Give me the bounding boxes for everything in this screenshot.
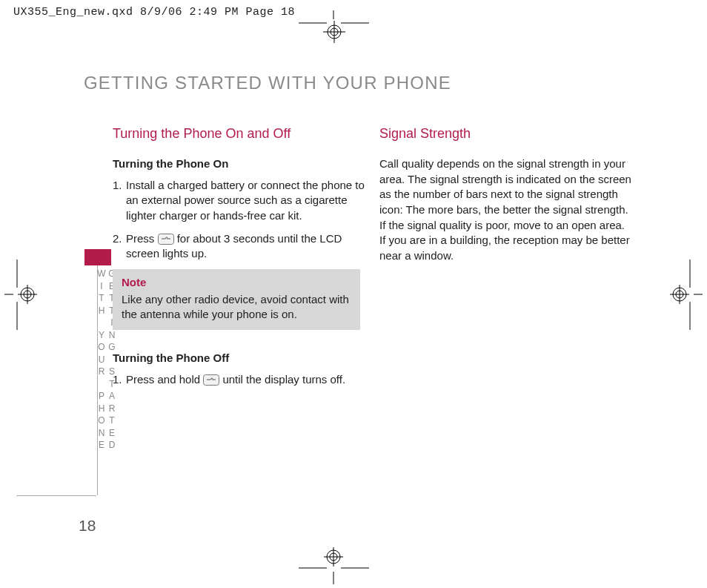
list-number: 1. <box>113 178 126 224</box>
crop-mark-left <box>4 260 37 330</box>
crop-mark-right <box>670 260 703 330</box>
svg-rect-29 <box>204 375 219 386</box>
crop-mark-bottom <box>299 547 369 584</box>
side-tab <box>84 249 111 265</box>
list-text: Press and hold until the display turns o… <box>126 372 365 388</box>
power-end-key-icon <box>203 374 219 386</box>
list-text: Press for about 3 seconds until the LCD … <box>126 231 365 262</box>
note-text: Like any other radio device, avoid conta… <box>122 292 351 323</box>
page-number: 18 <box>79 517 96 535</box>
slug-line: UX355_Eng_new.qxd 8/9/06 2:49 PM Page 18 <box>13 6 295 19</box>
power-end-key-icon <box>158 234 174 245</box>
right-column: Signal Strength Call quality depends on … <box>379 125 631 264</box>
list-item: 2. Press for about 3 seconds until the L… <box>113 231 365 262</box>
subhead-turning-on: Turning the Phone On <box>113 156 365 172</box>
list-item: 1. Install a charged battery or connect … <box>113 178 365 224</box>
list-item: 1. Press and hold until the display turn… <box>113 372 365 388</box>
list-number: 1. <box>113 372 126 388</box>
heading-signal: Signal Strength <box>379 125 631 143</box>
subhead-turning-off: Turning the Phone Off <box>113 351 365 366</box>
list-number: 2. <box>113 231 126 262</box>
page-title: GETTING STARTED WITH YOUR PHONE <box>84 73 451 93</box>
svg-rect-28 <box>158 234 173 245</box>
note-heading: Note <box>122 275 351 291</box>
heading-on-off: Turning the Phone On and Off <box>113 125 365 143</box>
left-column: Turning the Phone On and Off Turning the… <box>113 125 365 394</box>
page: UX355_Eng_new.qxd 8/9/06 2:49 PM Page 18… <box>0 0 707 588</box>
page-number-rule <box>16 495 96 496</box>
note-box: Note Like any other radio device, avoid … <box>113 269 360 330</box>
list-text: Install a charged battery or connect the… <box>126 178 365 224</box>
body-text: Call quality depends on the signal stren… <box>379 156 631 264</box>
crop-mark-top <box>299 10 369 43</box>
